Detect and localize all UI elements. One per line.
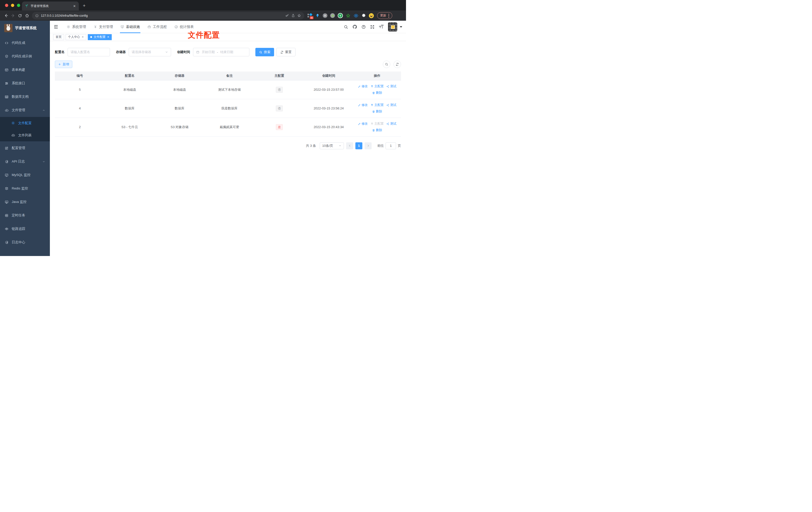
add-button[interactable]: 新增	[55, 61, 72, 68]
home-icon[interactable]	[24, 12, 30, 19]
sidebar-item-系统接口[interactable]: 系统接口	[0, 77, 50, 90]
del-action-link[interactable]: 删除	[372, 91, 382, 95]
nav-item-label: 统计报表	[180, 25, 194, 29]
edit-action-link[interactable]: 修改	[358, 122, 368, 126]
goto-page-input[interactable]: 1	[385, 142, 396, 149]
sidebar-item-配置管理[interactable]: 配置管理	[0, 141, 50, 155]
edit-action-link[interactable]: 修改	[358, 84, 368, 89]
help-icon[interactable]	[361, 25, 366, 29]
sidebar-item-label: 配置管理	[12, 146, 25, 150]
password-key-icon[interactable]	[285, 14, 289, 18]
show-search-toggle-button[interactable]	[383, 61, 390, 68]
sidebar-item-代码生成示例[interactable]: 代码生成示例	[0, 50, 50, 63]
tab-favicon-icon	[25, 4, 28, 8]
annotation-overlay: 文件配置	[188, 30, 220, 40]
zoom-window-button[interactable]	[17, 4, 20, 7]
master-action-link[interactable]: 主配置	[371, 84, 384, 89]
sidebar-item-代码生成[interactable]: 代码生成	[0, 36, 50, 50]
extension-command-icon[interactable]: ⌘	[323, 13, 327, 18]
extension-dot-icon[interactable]	[330, 13, 335, 18]
column-header-编号: 编号	[55, 71, 105, 80]
sidebar-item-API 日志[interactable]: API 日志	[0, 155, 50, 168]
create-time-label: 创建时间	[177, 50, 190, 54]
shield-icon	[5, 55, 8, 58]
extension-grid-icon[interactable]: 11	[307, 13, 312, 18]
search-button[interactable]: 搜索	[255, 48, 274, 56]
extension-y-icon[interactable]: Y	[338, 13, 343, 18]
config-name-input[interactable]: 请输入配置名	[67, 48, 110, 56]
close-icon[interactable]: ✕	[107, 35, 109, 39]
fold-sidebar-icon[interactable]	[54, 24, 58, 29]
monitor-icon	[5, 200, 8, 204]
sidebar-item-日志中心[interactable]: 日志中心	[0, 236, 50, 249]
browser-update-button[interactable]: 更新	[377, 12, 392, 19]
active-dot-icon	[90, 36, 92, 38]
del-action-link[interactable]: 删除	[372, 128, 382, 132]
url-text[interactable]: 127.0.0.1:1024/infra/file/file-config	[41, 14, 283, 18]
storage-select[interactable]: 请选择存储器	[129, 48, 171, 56]
del-action-link[interactable]: 删除	[372, 110, 382, 114]
sidebar-item-Redis 监控[interactable]: Redis 监控	[0, 182, 50, 195]
nav-item-工作流程[interactable]: 工作流程	[144, 21, 171, 33]
user-avatar[interactable]	[388, 22, 397, 31]
reset-button[interactable]: 重置	[276, 48, 295, 56]
test-action-link[interactable]: 测试	[386, 122, 396, 126]
address-bar[interactable]: 127.0.0.1:1024/infra/file/file-config	[32, 12, 304, 20]
nav-item-基础设施[interactable]: 基础设施	[117, 21, 144, 33]
sidebar-item-label: 日志中心	[12, 240, 25, 244]
pagination: 共 3 条 10条/页 1 前往 1 页	[55, 142, 401, 149]
site-info-icon[interactable]	[35, 14, 39, 18]
extension-star-icon[interactable]	[346, 13, 351, 18]
avatar-caret-icon[interactable]	[400, 26, 402, 28]
bookmark-star-icon[interactable]	[297, 14, 301, 18]
refresh-table-button[interactable]	[394, 61, 401, 68]
edit-action-link[interactable]: 修改	[358, 103, 368, 107]
browser-tab[interactable]: 芋道管理系统 ✕	[22, 1, 79, 10]
extension-kite-icon[interactable]	[315, 13, 320, 18]
action-label: 修改	[361, 84, 368, 89]
nav-item-系统管理[interactable]: 系统管理	[63, 21, 90, 33]
back-icon[interactable]	[2, 12, 9, 19]
search-icon[interactable]	[344, 25, 348, 29]
action-label: 测试	[390, 122, 396, 126]
github-icon[interactable]	[352, 24, 357, 29]
page-size-select[interactable]: 10条/页	[320, 142, 344, 149]
tag-文件配置[interactable]: 文件配置✕	[88, 34, 112, 40]
share-icon[interactable]	[291, 14, 295, 18]
tag-首页[interactable]: 首页	[53, 34, 64, 40]
sidebar-item-数据库文档[interactable]: 数据库文档	[0, 90, 50, 103]
sidebar-item-链路追踪[interactable]: 链路追踪	[0, 222, 50, 236]
tab-close-icon[interactable]: ✕	[73, 4, 76, 8]
test-action-link[interactable]: 测试	[386, 84, 396, 89]
prev-page-button[interactable]	[346, 142, 353, 149]
page-number-button[interactable]: 1	[355, 142, 362, 149]
sidebar-item-表单构建[interactable]: 表单构建	[0, 63, 50, 77]
sidebar-item-文件列表[interactable]: 文件列表	[0, 129, 50, 141]
close-window-button[interactable]	[5, 4, 8, 7]
extension-puzzle-icon[interactable]	[361, 13, 366, 18]
forward-icon[interactable]	[9, 12, 17, 19]
master-action-link[interactable]: 主配置	[371, 103, 384, 107]
test-action-link[interactable]: 测试	[386, 103, 396, 107]
extension-emoji-icon[interactable]	[369, 13, 374, 18]
reload-icon[interactable]	[17, 12, 24, 19]
date-range-input[interactable]: 开始日期 - 结束日期	[193, 48, 250, 56]
schedule-icon	[5, 214, 8, 217]
sidebar-item-文件配置[interactable]: 文件配置	[0, 117, 50, 129]
sidebar-item-MySQL 监控[interactable]: MySQL 监控	[0, 168, 50, 182]
sidebar-item-定时任务[interactable]: 定时任务	[0, 209, 50, 222]
pagination-total: 共 3 条	[306, 144, 316, 148]
next-page-button[interactable]	[365, 142, 372, 149]
sidebar-item-文件管理[interactable]: 文件管理	[0, 103, 50, 117]
tag-个人中心[interactable]: 个人中心✕	[66, 34, 86, 40]
font-size-icon[interactable]	[379, 25, 384, 29]
close-icon[interactable]: ✕	[82, 35, 84, 39]
extension-eye-icon[interactable]	[353, 13, 358, 18]
new-tab-button[interactable]: +	[83, 3, 86, 8]
minimize-window-button[interactable]	[11, 4, 14, 7]
row-remark: 戴佩妮真可爱	[204, 118, 254, 137]
fullscreen-icon[interactable]	[370, 25, 375, 29]
window-controls[interactable]	[5, 4, 20, 7]
nav-item-支付管理[interactable]: 支付管理	[90, 21, 117, 33]
sidebar-item-Java 监控[interactable]: Java 监控	[0, 195, 50, 209]
